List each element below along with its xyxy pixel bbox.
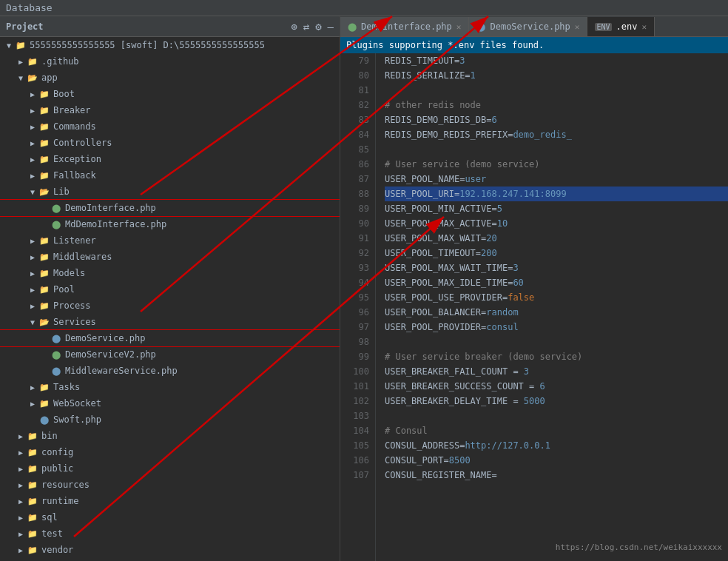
tree-item-swoft[interactable]: ▶ ⬤ Swoft.php — [0, 411, 340, 428]
code-area[interactable]: 7980818283848586878889909192939495969798… — [340, 53, 728, 561]
line-number: 88 — [340, 187, 375, 201]
code-text: CONSUL_ADDRESS=http://127.0.0.1 — [385, 438, 550, 453]
code-line: # other redis node — [385, 98, 728, 112]
tree-item-breaker[interactable]: ▶ 📁 Breaker — [0, 102, 340, 118]
tree-item-bin[interactable]: ▶ 📁 bin — [0, 428, 340, 444]
tree-item-middleware-svc[interactable]: ▶ ⬤ MiddlewareService.php — [0, 363, 340, 379]
line-number: 93 — [340, 261, 375, 275]
folder-icon-pool: 📁 — [38, 283, 50, 295]
folder-icon-github: 📁 — [27, 56, 38, 67]
label-listener: Listener — [53, 235, 96, 246]
tree-item-sql[interactable]: ▶ 📁 sql — [0, 509, 340, 525]
code-line: USER_POOL_MAX_ACTIVE=10 — [385, 216, 728, 231]
sidebar-header-icons: ⊕ ⇄ ⚙ — — [291, 21, 334, 33]
tree-item-pool[interactable]: ▶ 📁 Pool — [0, 281, 340, 298]
label-config: config — [41, 447, 73, 457]
tree-item-public[interactable]: ▶ 📁 public — [0, 460, 340, 477]
tree-item-app[interactable]: ▼ 📂 app — [0, 70, 340, 86]
label-commands: Commands — [53, 121, 96, 132]
tree-item-lib[interactable]: ▼ 📂 Lib — [0, 184, 340, 200]
line-number: 107 — [340, 468, 375, 483]
tree-item-editorconfig[interactable]: ▶ 📄 .editorconfig — [0, 558, 340, 561]
arrow-exception: ▶ — [27, 153, 38, 165]
tree-item-services[interactable]: ▼ 📂 Services — [0, 314, 340, 330]
line-number: 84 — [340, 127, 375, 142]
tree-item-fallback[interactable]: ▶ 📁 Fallback — [0, 167, 340, 184]
label-demoservice: DemoService.php — [65, 333, 145, 343]
php-icon-mddemo: ⬤ — [50, 218, 62, 230]
code-line: CONSUL_PORT=8500 — [385, 453, 728, 468]
tab-close-env[interactable]: ✕ — [641, 22, 647, 32]
code-text: USER_BREAKER_DELAY_TIME = 5000 — [385, 394, 545, 409]
tree-item-models[interactable]: ▶ 📁 Models — [0, 265, 340, 281]
tree-item-mddemo[interactable]: ▶ ⬤ MdDemoInterface.php — [0, 216, 340, 232]
tree-item-websocket[interactable]: ▶ 📁 WebSocket — [0, 395, 340, 411]
code-text: USER_POOL_PROVIDER=consul — [385, 320, 519, 335]
tree-item-boot[interactable]: ▶ 📁 Boot — [0, 86, 340, 102]
sidebar-tree[interactable]: ▼ 📁 5555555555555555 [swoft] D:\55555555… — [0, 37, 340, 561]
sidebar-header: Project ⊕ ⇄ ⚙ — — [0, 16, 340, 37]
arrow-listener: ▶ — [27, 235, 38, 246]
tree-item-demoservice[interactable]: ▶ ⬤ DemoService.php — [0, 330, 340, 346]
arrow-lib: ▼ — [27, 186, 38, 198]
code-text: # User service (demo service) — [385, 157, 540, 172]
tree-item-runtime[interactable]: ▶ 📁 runtime — [0, 493, 340, 509]
tab-close-demoint[interactable]: ✕ — [456, 22, 462, 32]
sync-icon[interactable]: ⇄ — [303, 21, 309, 33]
tab-label-demoservice: DemoService.php — [490, 21, 570, 32]
code-line: REDIS_SERIALIZE=1 — [385, 68, 728, 83]
folder-icon-boot: 📁 — [38, 88, 50, 100]
code-content: REDIS_TIMEOUT=3REDIS_SERIALIZE=1# other … — [376, 53, 728, 561]
code-text: USER_POOL_BALANCER=random — [385, 305, 519, 320]
tree-item-resources[interactable]: ▶ 📁 resources — [0, 477, 340, 493]
tree-item-listener[interactable]: ▶ 📁 Listener — [0, 232, 340, 249]
tree-item-tasks[interactable]: ▶ 📁 Tasks — [0, 379, 340, 395]
code-line — [385, 335, 728, 349]
folder-icon-controllers: 📁 — [38, 137, 50, 149]
code-text: USER_POOL_MAX_WAIT=20 — [385, 231, 497, 246]
label-swoft: Swoft.php — [53, 414, 101, 425]
add-icon[interactable]: ⊕ — [291, 21, 297, 33]
label-resources: resources — [41, 480, 90, 490]
label-demoservice2: DemoServiceV2.php — [65, 349, 156, 360]
tab-close-demoservice[interactable]: ✕ — [575, 22, 580, 32]
code-text: CONSUL_PORT=8500 — [385, 453, 471, 468]
line-number: 105 — [340, 438, 375, 453]
label-public: public — [41, 463, 73, 474]
tree-item-config[interactable]: ▶ 📁 config — [0, 444, 340, 460]
tree-item-controllers[interactable]: ▶ 📁 Controllers — [0, 135, 340, 151]
tree-item-vendor[interactable]: ▶ 📁 vendor — [0, 542, 340, 558]
line-number: 96 — [340, 305, 375, 320]
line-number: 92 — [340, 246, 375, 261]
tree-item-demoint[interactable]: ▶ ⬤ DemoInterface.php — [0, 200, 340, 216]
arrow-resources: ▶ — [15, 479, 27, 491]
tree-item-exception[interactable]: ▶ 📁 Exception — [0, 151, 340, 167]
tree-item-github[interactable]: ▶ 📁 .github — [0, 53, 340, 70]
tree-item-demoservice2[interactable]: ▶ ⬤ DemoServiceV2.php — [0, 346, 340, 363]
line-number: 81 — [340, 83, 375, 98]
top-bar-title: Database — [6, 2, 53, 13]
tab-env[interactable]: ENV .env ✕ — [587, 17, 655, 36]
line-number: 91 — [340, 231, 375, 246]
settings-icon[interactable]: ⚙ — [315, 21, 321, 33]
code-text: # Consul — [385, 423, 428, 438]
tab-label-env: .env — [616, 21, 638, 32]
folder-icon-services: 📂 — [38, 316, 50, 328]
code-text: REDIS_DEMO_REDIS_PREFIX=demo_redis_ — [385, 127, 572, 142]
folder-icon-config: 📁 — [27, 446, 38, 458]
tree-item-process[interactable]: ▶ 📁 Process — [0, 298, 340, 314]
minimize-icon[interactable]: — — [328, 21, 334, 33]
tab-demoservice[interactable]: ⬤ DemoService.php ✕ — [469, 17, 587, 36]
php-service-icon-swoft: ⬤ — [38, 414, 50, 426]
tab-icon-demoservice: ⬤ — [476, 22, 485, 32]
tree-item-test[interactable]: ▶ 📁 test — [0, 525, 340, 542]
folder-icon-root: 📁 — [15, 39, 27, 51]
tree-item-commands[interactable]: ▶ 📁 Commands — [0, 118, 340, 135]
folder-icon-runtime: 📁 — [27, 495, 38, 507]
arrow-public: ▶ — [15, 463, 27, 474]
notification-text: Plugins supporting *.env files found. — [346, 40, 544, 50]
tab-demoint[interactable]: ⬤ DemoInterface.php ✕ — [340, 17, 469, 36]
label-websocket: WebSocket — [53, 398, 101, 409]
tree-item-middlewares[interactable]: ▶ 📁 Middlewares — [0, 249, 340, 265]
tree-item-root[interactable]: ▼ 📁 5555555555555555 [swoft] D:\55555555… — [0, 37, 340, 53]
